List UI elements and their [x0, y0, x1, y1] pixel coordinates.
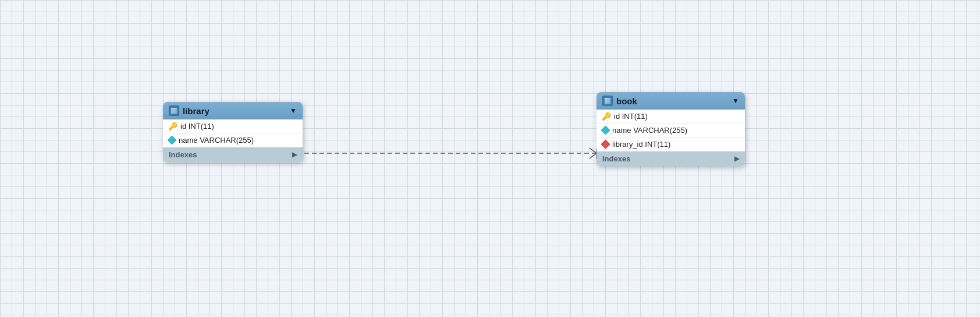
relationship-connector: [0, 0, 980, 317]
table-book-name: book: [616, 96, 729, 106]
field-label: name VARCHAR(255): [179, 136, 254, 145]
field-label: name VARCHAR(255): [612, 126, 687, 135]
indexes-arrow-icon: ▶: [292, 151, 297, 158]
red-diamond-icon: [601, 140, 610, 149]
table-row: 🔑 id INT(11): [163, 119, 303, 133]
teal-diamond-icon: [601, 126, 610, 135]
svg-line-5: [590, 153, 596, 158]
table-library-header[interactable]: library ▼: [163, 102, 303, 119]
indexes-label: Indexes: [169, 150, 197, 159]
table-icon: [602, 96, 613, 106]
table-library-name: library: [183, 106, 286, 116]
key-icon: 🔑: [602, 112, 610, 121]
table-book-fields: 🔑 id INT(11) name VARCHAR(255) library_i…: [596, 110, 745, 152]
dropdown-arrow-icon[interactable]: ▼: [732, 97, 739, 105]
key-icon: 🔑: [169, 122, 177, 131]
table-book[interactable]: book ▼ 🔑 id INT(11) name VARCHAR(255) li…: [596, 92, 745, 166]
diagram-canvas: library ▼ 🔑 id INT(11) name VARCHAR(255)…: [0, 0, 980, 317]
table-library[interactable]: library ▼ 🔑 id INT(11) name VARCHAR(255)…: [163, 102, 303, 162]
table-row: name VARCHAR(255): [596, 124, 745, 138]
table-book-header[interactable]: book ▼: [596, 92, 745, 110]
field-label: id INT(11): [614, 112, 648, 121]
indexes-label: Indexes: [602, 154, 630, 163]
teal-diamond-icon: [168, 136, 177, 145]
indexes-section-library[interactable]: Indexes ▶: [163, 147, 303, 162]
field-label: library_id INT(11): [612, 140, 670, 149]
indexes-section-book[interactable]: Indexes ▶: [596, 152, 745, 166]
dropdown-arrow-icon[interactable]: ▼: [290, 107, 297, 115]
table-library-fields: 🔑 id INT(11) name VARCHAR(255): [163, 119, 303, 147]
indexes-arrow-icon: ▶: [734, 155, 739, 163]
field-label: id INT(11): [180, 122, 214, 131]
table-icon: [169, 105, 179, 116]
table-row: library_id INT(11): [596, 138, 745, 152]
table-row: name VARCHAR(255): [163, 133, 303, 147]
table-row: 🔑 id INT(11): [596, 110, 745, 124]
svg-line-4: [590, 148, 596, 153]
